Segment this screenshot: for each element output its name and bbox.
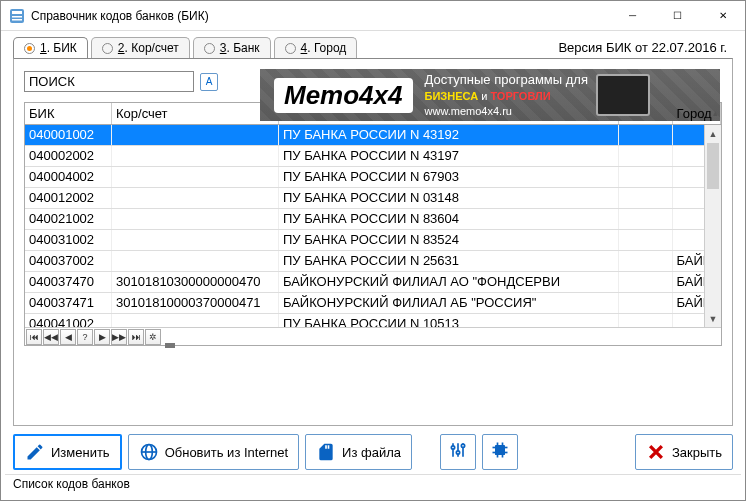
table-body: 040001002ПУ БАНКА РОССИИ N 4319204000200… xyxy=(25,125,721,327)
cell-name: ПУ БАНКА РОССИИ N 10513 xyxy=(279,314,619,327)
chip-button[interactable] xyxy=(482,434,518,470)
x-icon xyxy=(646,442,666,462)
table-row[interactable]: 040002002ПУ БАНКА РОССИИ N 43197 xyxy=(25,146,721,167)
svg-point-10 xyxy=(451,446,454,449)
cell-bik: 040001002 xyxy=(25,125,112,145)
table-row[interactable]: 040041002ПУ БАНКА РОССИИ N 10513 xyxy=(25,314,721,327)
from-file-button[interactable]: Из файла xyxy=(305,434,412,470)
scroll-track[interactable] xyxy=(705,190,721,310)
update-button[interactable]: Обновить из Internet xyxy=(128,434,299,470)
cell-status xyxy=(619,167,672,187)
chip-icon xyxy=(490,440,510,464)
scroll-down-icon[interactable]: ▼ xyxy=(705,310,721,327)
app-icon xyxy=(9,8,25,24)
cell-kor xyxy=(112,209,279,229)
svg-rect-3 xyxy=(12,19,22,21)
cell-name: ПУ БАНКА РОССИИ N 43192 xyxy=(279,125,619,145)
nav-btn-6[interactable]: ⏭ xyxy=(128,329,144,345)
banner-and: и xyxy=(481,90,487,102)
scroll-up-icon[interactable]: ▲ xyxy=(705,125,721,142)
table-row[interactable]: 040012002ПУ БАНКА РОССИИ N 03148 xyxy=(25,188,721,209)
tab-кор/счет[interactable]: 2. Кор/счет xyxy=(91,37,190,58)
table-row[interactable]: 04003747130101810000370000471БАЙКОНУРСКИ… xyxy=(25,293,721,314)
radio-icon xyxy=(285,43,296,54)
vertical-scrollbar[interactable]: ▲ ▼ xyxy=(704,125,721,327)
cell-status xyxy=(619,293,672,313)
cell-kor xyxy=(112,251,279,271)
table-row[interactable]: 040021002ПУ БАНКА РОССИИ N 83604 xyxy=(25,209,721,230)
col-kor[interactable]: Кор/счет xyxy=(112,103,279,124)
col-city[interactable]: Город xyxy=(673,103,721,124)
banner-line1: Доступные программы для xyxy=(425,71,588,89)
cell-status xyxy=(619,146,672,166)
cell-name: БАЙКОНУРСКИЙ ФИЛИАЛ АБ "РОССИЯ" xyxy=(279,293,619,313)
nav-btn-4[interactable]: ▶ xyxy=(94,329,110,345)
minimize-button[interactable]: ─ xyxy=(610,1,655,30)
cell-bik: 040012002 xyxy=(25,188,112,208)
cell-status xyxy=(619,251,672,271)
search-input[interactable] xyxy=(24,71,194,92)
title-bar: Справочник кодов банков (БИК) ─ ☐ ✕ xyxy=(1,1,745,31)
data-grid: БИК Кор/счет Наименование банка Статус Г… xyxy=(24,102,722,346)
banner-monitor-icon xyxy=(596,74,650,116)
table-row[interactable]: 04003747030101810300000000470БАЙКОНУРСКИ… xyxy=(25,272,721,293)
nav-btn-3[interactable]: ? xyxy=(77,329,93,345)
update-label: Обновить из Internet xyxy=(165,445,288,460)
table-row[interactable]: 040001002ПУ БАНКА РОССИИ N 43192 xyxy=(25,125,721,146)
version-label: Версия БИК от 22.07.2016 г. xyxy=(558,40,727,55)
cell-status xyxy=(619,125,672,145)
cell-name: ПУ БАНКА РОССИИ N 43197 xyxy=(279,146,619,166)
sliders-button[interactable] xyxy=(440,434,476,470)
maximize-button[interactable]: ☐ xyxy=(655,1,700,30)
scroll-thumb[interactable] xyxy=(707,143,719,189)
window-title: Справочник кодов банков (БИК) xyxy=(31,9,610,23)
cell-kor xyxy=(112,314,279,327)
cell-name: ПУ БАНКА РОССИИ N 83604 xyxy=(279,209,619,229)
close-button[interactable]: ✕ xyxy=(700,1,745,30)
table-row[interactable]: 040031002ПУ БАНКА РОССИИ N 83524 xyxy=(25,230,721,251)
record-navigator: ⏮◀◀◀?▶▶▶⏭✲ xyxy=(25,327,721,345)
svg-rect-1 xyxy=(12,11,22,14)
status-text: Список кодов банков xyxy=(13,477,130,491)
tab-банк[interactable]: 3. Банк xyxy=(193,37,271,58)
cell-bik: 040037002 xyxy=(25,251,112,271)
cell-kor xyxy=(112,188,279,208)
tab-город[interactable]: 4. Город xyxy=(274,37,358,58)
radio-icon xyxy=(24,43,35,54)
svg-rect-2 xyxy=(12,16,22,18)
close-app-button[interactable]: Закрыть xyxy=(635,434,733,470)
cell-kor xyxy=(112,167,279,187)
nav-btn-2[interactable]: ◀ xyxy=(60,329,76,345)
edit-button[interactable]: Изменить xyxy=(13,434,122,470)
cell-bik: 040041002 xyxy=(25,314,112,327)
edit-label: Изменить xyxy=(51,445,110,460)
table-row[interactable]: 040037002ПУ БАНКА РОССИИ N 25631БАЙК xyxy=(25,251,721,272)
tabs: 1. БИК2. Кор/счет3. Банк4. Город xyxy=(13,37,357,58)
cell-name: ПУ БАНКА РОССИИ N 03148 xyxy=(279,188,619,208)
bottom-toolbar: Изменить Обновить из Internet Из файла З… xyxy=(13,434,733,470)
window-controls: ─ ☐ ✕ xyxy=(610,1,745,30)
cell-status xyxy=(619,230,672,250)
cell-kor: 30101810000370000471 xyxy=(112,293,279,313)
svg-point-11 xyxy=(456,451,459,454)
nav-btn-5[interactable]: ▶▶ xyxy=(111,329,127,345)
cell-name: ПУ БАНКА РОССИИ N 67903 xyxy=(279,167,619,187)
table-row[interactable]: 040004002ПУ БАНКА РОССИИ N 67903 xyxy=(25,167,721,188)
globe-icon xyxy=(139,442,159,462)
cell-bik: 040002002 xyxy=(25,146,112,166)
nav-btn-7[interactable]: ✲ xyxy=(145,329,161,345)
from-file-label: Из файла xyxy=(342,445,401,460)
status-bar: Список кодов банков xyxy=(5,474,741,492)
tab-бик[interactable]: 1. БИК xyxy=(13,37,88,58)
nav-btn-1[interactable]: ◀◀ xyxy=(43,329,59,345)
main-panel: А Memo4x4 Доступные программы для БИЗНЕС… xyxy=(13,58,733,426)
cell-name: БАЙКОНУРСКИЙ ФИЛИАЛ АО "ФОНДСЕРВИ xyxy=(279,272,619,292)
col-bik[interactable]: БИК xyxy=(25,103,112,124)
radio-icon xyxy=(102,43,113,54)
cell-name: ПУ БАНКА РОССИИ N 25631 xyxy=(279,251,619,271)
ad-banner[interactable]: Memo4x4 Доступные программы для БИЗНЕСА … xyxy=(260,69,720,121)
cell-bik: 040031002 xyxy=(25,230,112,250)
nav-btn-0[interactable]: ⏮ xyxy=(26,329,42,345)
search-aux-button[interactable]: А xyxy=(200,73,218,91)
pencil-icon xyxy=(25,442,45,462)
